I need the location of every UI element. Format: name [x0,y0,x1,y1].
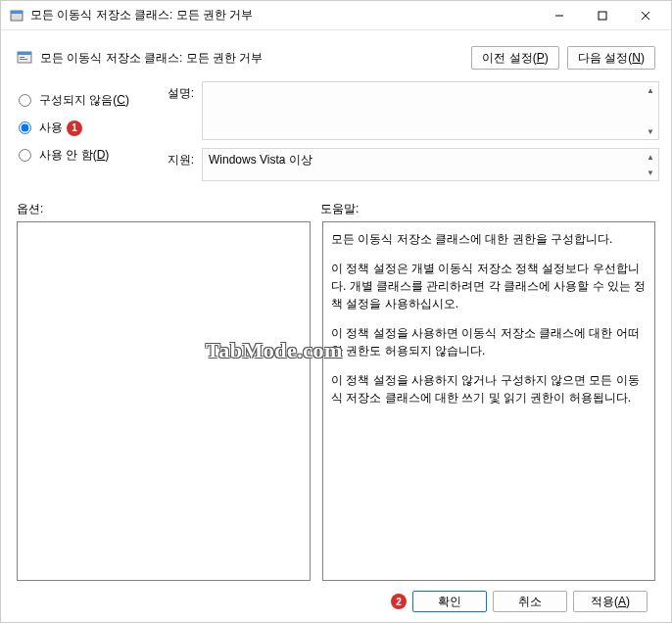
app-icon [9,8,24,24]
ok-button[interactable]: 확인 [412,591,487,612]
dialog-content: 모든 이동식 저장소 클래스: 모든 권한 거부 이전 설정(P) 다음 설정(… [1,30,671,622]
radio-disabled-input[interactable] [19,149,31,162]
header-row: 모든 이동식 저장소 클래스: 모든 권한 거부 이전 설정(P) 다음 설정(… [13,38,659,81]
radio-disabled[interactable]: 사용 안 함(D) [13,142,155,169]
close-button[interactable] [624,2,667,29]
svg-rect-8 [20,57,24,58]
radio-enabled-input[interactable] [19,121,31,134]
svg-rect-3 [599,12,606,20]
description-label: 설명: [163,81,194,140]
radio-not-configured[interactable]: 구성되지 않음(C) [13,87,155,115]
description-row: 설명: ▲ ▼ [163,81,659,140]
svg-rect-1 [11,11,23,14]
svg-rect-7 [18,52,31,55]
help-paragraph: 이 정책 설정은 개별 이동식 저장소 정책 설정보다 우선합니다. 개별 클래… [331,260,647,312]
options-panel[interactable] [17,221,311,581]
supported-label: 지원: [163,148,194,181]
supported-textbox: Windows Vista 이상 ▲ ▼ [202,148,659,181]
dialog-window: 모든 이동식 저장소 클래스: 모든 권한 거부 모든 이동식 저장소 클래스:… [0,0,672,623]
upper-section: 구성되지 않음(C) 사용 1 사용 안 함(D) 설명: ▲ ▼ [13,81,659,189]
next-setting-button[interactable]: 다음 설정(N) [567,46,655,70]
help-panel[interactable]: 모든 이동식 저장소 클래스에 대한 권한을 구성합니다. 이 정책 설정은 개… [322,221,655,581]
scroll-up-icon[interactable]: ▲ [643,82,658,98]
scroll-down-icon[interactable]: ▼ [643,165,658,180]
apply-button[interactable]: 적용(A) [573,591,648,612]
scroll-up-icon[interactable]: ▲ [643,149,658,165]
radio-enabled-label: 사용 [39,120,63,136]
help-label: 도움말: [320,201,359,217]
policy-icon [17,50,32,66]
maximize-button[interactable] [581,2,624,29]
help-paragraph: 이 정책 설정을 사용하면 이동식 저장소 클래스에 대한 어떠한 권한도 허용… [331,324,647,359]
options-label: 옵션: [17,201,320,217]
radio-not-configured-label: 구성되지 않음(C) [39,92,129,109]
description-textbox[interactable]: ▲ ▼ [202,81,659,140]
supported-value: Windows Vista 이상 [209,153,312,167]
supported-row: 지원: Windows Vista 이상 ▲ ▼ [163,148,659,181]
radio-disabled-label: 사용 안 함(D) [39,147,109,164]
setting-title: 모든 이동식 저장소 클래스: 모든 권한 거부 [40,50,463,67]
annotation-badge-1: 1 [67,120,82,136]
window-controls [538,2,667,29]
dialog-footer: 2 확인 취소 적용(A) [13,581,659,612]
titlebar[interactable]: 모든 이동식 저장소 클래스: 모든 권한 거부 [1,1,671,30]
panels: 모든 이동식 저장소 클래스에 대한 권한을 구성합니다. 이 정책 설정은 개… [13,221,659,581]
right-fields: 설명: ▲ ▼ 지원: Windows Vista 이상 ▲ ▼ [163,81,659,189]
cancel-button[interactable]: 취소 [493,591,567,612]
help-paragraph: 모든 이동식 저장소 클래스에 대한 권한을 구성합니다. [331,230,647,248]
state-radios: 구성되지 않음(C) 사용 1 사용 안 함(D) [13,81,155,189]
annotation-badge-2: 2 [391,594,407,609]
section-labels: 옵션: 도움말: [13,193,659,221]
radio-enabled[interactable]: 사용 1 [13,115,155,142]
window-title: 모든 이동식 저장소 클래스: 모든 권한 거부 [30,7,538,24]
svg-rect-9 [20,59,27,60]
scroll-down-icon[interactable]: ▼ [643,123,658,139]
help-paragraph: 이 정책 설정을 사용하지 않거나 구성하지 않으면 모든 이동식 저장소 클래… [331,371,647,407]
previous-setting-button[interactable]: 이전 설정(P) [471,46,559,70]
minimize-button[interactable] [538,2,581,29]
radio-not-configured-input[interactable] [19,94,31,107]
